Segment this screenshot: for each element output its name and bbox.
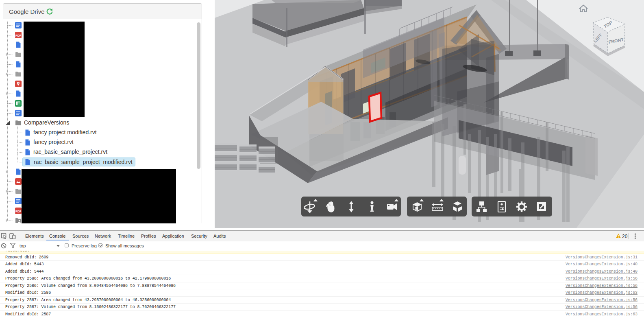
svg-text:PDF: PDF [15,210,22,213]
svg-text:PDF: PDF [15,34,22,37]
